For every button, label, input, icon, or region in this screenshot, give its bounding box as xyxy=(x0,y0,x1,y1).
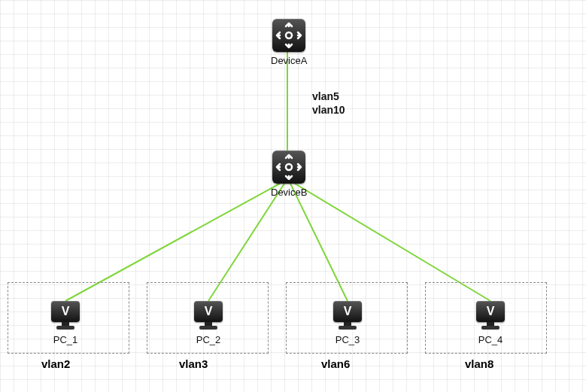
node-label-pc1: PC_1 xyxy=(53,334,78,345)
node-deviceB[interactable]: DeviceB xyxy=(271,150,307,198)
switch-icon xyxy=(272,19,305,52)
svg-point-0 xyxy=(286,32,292,38)
node-pc1[interactable]: V PC_1 xyxy=(49,301,82,345)
node-pc4[interactable]: V PC_4 xyxy=(474,301,507,345)
group-label-vlan3: vlan3 xyxy=(179,357,208,370)
pc-icon: V xyxy=(49,301,82,331)
svg-point-1 xyxy=(286,164,292,170)
group-label-vlan6: vlan6 xyxy=(321,357,350,370)
node-deviceA[interactable]: DeviceA xyxy=(271,19,307,66)
group-label-vlan2: vlan2 xyxy=(41,357,70,370)
node-label-pc4: PC_4 xyxy=(478,334,503,345)
node-pc3[interactable]: V PC_3 xyxy=(331,301,364,345)
node-label-deviceA: DeviceA xyxy=(271,55,307,66)
node-label-pc2: PC_2 xyxy=(196,334,221,345)
pc-icon: V xyxy=(331,301,364,331)
trunk-vlan-label-2: vlan10 xyxy=(312,104,345,116)
switch-icon xyxy=(272,150,305,184)
trunk-vlan-label-1: vlan5 xyxy=(312,90,339,102)
pc-icon: V xyxy=(192,301,225,331)
node-pc2[interactable]: V PC_2 xyxy=(192,301,225,345)
pc-icon: V xyxy=(474,301,507,331)
group-label-vlan8: vlan8 xyxy=(465,357,493,370)
node-label-pc3: PC_3 xyxy=(336,334,360,345)
node-label-deviceB: DeviceB xyxy=(271,187,307,198)
